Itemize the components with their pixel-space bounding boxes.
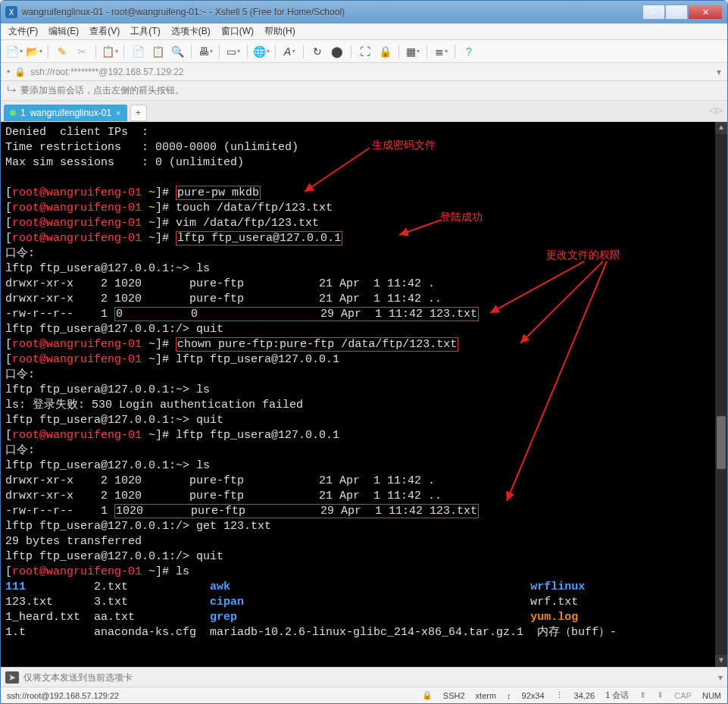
status-ssh-icon: 🔒 xyxy=(422,690,433,700)
menubar: 文件(F) 编辑(E) 查看(V) 工具(T) 选项卡(B) 窗口(W) 帮助(… xyxy=(1,23,727,40)
tab-prev-icon[interactable]: ◁ xyxy=(709,105,715,115)
paste-icon[interactable]: 📋 xyxy=(150,44,165,59)
find-icon[interactable]: 🔍 xyxy=(170,44,185,59)
address-text[interactable]: ssh://root:********@192.168.57.129:22 xyxy=(30,67,712,77)
toolbar: 📄 📂 ✎ ✂ 📋 📄 📋 🔍 🖶 ▭ 🌐 A ↻ ⬤ ⛶ 🔒 ▦ ≣ ? xyxy=(1,40,727,63)
copy-icon[interactable]: 📄 xyxy=(130,44,145,59)
titlebar: X wangruifenglinux-01 - root@wangruifeng… xyxy=(1,1,727,23)
lock-icon[interactable]: 🔒 xyxy=(377,44,392,59)
minimize-button[interactable]: ─ xyxy=(642,5,665,20)
help-icon[interactable]: ? xyxy=(461,44,476,59)
scroll-thumb[interactable] xyxy=(717,416,726,469)
send-bar: ➤ ▾ xyxy=(1,667,727,687)
status-cursor: 34,26 xyxy=(574,691,595,700)
print-icon[interactable]: 🖶 xyxy=(198,44,213,59)
menu-tools[interactable]: 工具(T) xyxy=(130,25,160,38)
open-icon[interactable]: 📂 xyxy=(27,44,42,59)
menu-view[interactable]: 查看(V) xyxy=(89,25,120,38)
status-cursor-icon: ⋮ xyxy=(555,690,564,700)
terminal[interactable]: Denied client IPs :Time restrictions : 0… xyxy=(1,122,727,667)
status-dot-icon xyxy=(10,110,16,116)
globe-icon[interactable]: 🌐 xyxy=(254,44,269,59)
new-session-icon[interactable]: 📄 xyxy=(7,44,22,59)
status-size: 92x34 xyxy=(522,691,545,700)
close-button[interactable]: ✕ xyxy=(688,5,723,20)
menu-tabs[interactable]: 选项卡(B) xyxy=(171,25,211,38)
terminal-scrollbar[interactable]: ▲ ▼ xyxy=(715,122,727,667)
menu-edit[interactable]: 编辑(E) xyxy=(48,25,79,38)
scroll-up-icon[interactable]: ▲ xyxy=(715,122,727,134)
maximize-button[interactable]: □ xyxy=(665,5,688,20)
layout-icon[interactable]: ▭ xyxy=(226,44,241,59)
reconnect-icon[interactable]: ✎ xyxy=(55,44,70,59)
font-icon[interactable]: A xyxy=(282,44,297,59)
disconnect-icon[interactable]: ✂ xyxy=(74,44,89,59)
status-bar: ssh://root@192.168.57.129:22 🔒 SSH2 xter… xyxy=(1,687,727,703)
addr-bullet-icon: • xyxy=(7,67,10,77)
status-term: xterm xyxy=(476,691,497,700)
status-down-icon[interactable]: ⬇ xyxy=(657,690,664,700)
scroll-down-icon[interactable]: ▼ xyxy=(715,655,727,667)
status-sessions: 1 会话 xyxy=(605,690,629,701)
status-size-icon: ↕ xyxy=(507,691,511,700)
status-ssh: SSH2 xyxy=(443,691,465,700)
tab-label: wangruifenglinux-01 xyxy=(30,108,111,118)
addr-dropdown-icon[interactable]: ▾ xyxy=(717,67,721,77)
hint-arrow-icon[interactable]: ⮡ xyxy=(7,86,16,96)
send-arrow-icon[interactable]: ➤ xyxy=(5,671,19,684)
new-tab-button[interactable]: + xyxy=(130,105,147,121)
properties-icon[interactable]: 📋 xyxy=(102,44,117,59)
tile-icon[interactable]: ▦ xyxy=(405,44,420,59)
hint-bar: ⮡ 要添加当前会话，点击左侧的箭头按钮。 xyxy=(1,81,727,101)
menu-help[interactable]: 帮助(H) xyxy=(264,25,295,38)
send-down-icon[interactable]: ▾ xyxy=(718,672,723,683)
tab-next-icon[interactable]: ▷ xyxy=(717,105,723,115)
status-left: ssh://root@192.168.57.129:22 xyxy=(7,691,119,700)
menu-window[interactable]: 窗口(W) xyxy=(221,25,254,38)
refresh-icon[interactable]: ↻ xyxy=(310,44,325,59)
record-icon[interactable]: ⬤ xyxy=(330,44,345,59)
fullscreen-icon[interactable]: ⛶ xyxy=(358,44,373,59)
status-up-icon[interactable]: ⬆ xyxy=(639,690,646,700)
status-num: NUM xyxy=(702,691,721,700)
status-cap: CAP xyxy=(674,691,692,700)
list-icon[interactable]: ≣ xyxy=(433,44,448,59)
app-icon: X xyxy=(5,6,17,18)
tab-close-icon[interactable]: × xyxy=(116,108,120,117)
svg-text:X: X xyxy=(9,8,14,17)
tab-index: 1 xyxy=(20,108,26,118)
window-title: wangruifenglinux-01 - root@wangruifeng-0… xyxy=(22,7,642,17)
addr-lock-icon: 🔒 xyxy=(14,67,26,77)
menu-file[interactable]: 文件(F) xyxy=(8,25,38,38)
session-tab[interactable]: 1 wangruifenglinux-01 × xyxy=(4,105,127,121)
tab-strip: 1 wangruifenglinux-01 × + ◁ ▷ xyxy=(1,101,727,122)
send-input[interactable] xyxy=(23,672,714,683)
hint-text: 要添加当前会话，点击左侧的箭头按钮。 xyxy=(20,84,184,97)
address-bar: • 🔒 ssh://root:********@192.168.57.129:2… xyxy=(1,63,727,81)
app-window: X wangruifenglinux-01 - root@wangruifeng… xyxy=(0,0,728,704)
